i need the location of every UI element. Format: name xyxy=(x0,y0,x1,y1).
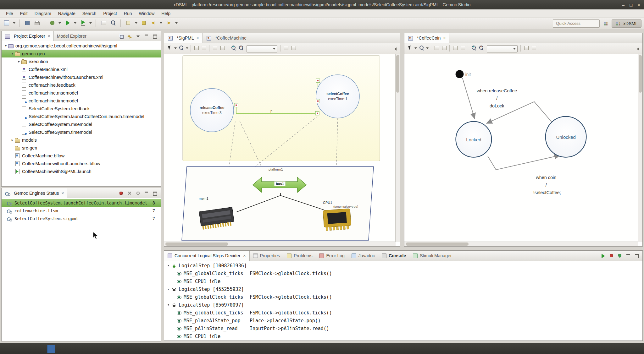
select-dropdown-icon[interactable] xyxy=(174,45,177,52)
close-icon[interactable]: × xyxy=(61,191,64,196)
shield-icon[interactable] xyxy=(617,253,623,259)
horizontal-scrollbar[interactable] xyxy=(164,242,396,246)
mse-row[interactable]: MSE_pA1inState_read InputPort->pA1inStat… xyxy=(164,324,642,332)
diagram-separator[interactable] xyxy=(209,45,210,52)
expander-icon[interactable]: ▸ xyxy=(10,138,15,142)
expander-icon[interactable]: ▾ xyxy=(166,303,171,307)
logical-step-row[interactable]: ▾ LogicalStep [856970097] xyxy=(164,301,642,309)
maximize-view-icon[interactable] xyxy=(152,33,158,39)
menu-help[interactable]: Help xyxy=(158,10,174,17)
annotation-nav-icon[interactable] xyxy=(125,19,132,27)
tree-item-selectcoffeesystem-msemodel[interactable]: SelectCoffeeSystem.msemodel xyxy=(2,120,161,128)
palette-collapse-icon[interactable] xyxy=(393,45,398,52)
zoom-in-icon[interactable] xyxy=(230,45,237,52)
expander-icon[interactable]: ▸ xyxy=(17,59,21,63)
tree-item-models[interactable]: ▸ models xyxy=(2,136,161,144)
initial-state-node[interactable] xyxy=(456,70,464,78)
last-edit-location-icon[interactable] xyxy=(140,19,147,27)
new-dropdown-icon[interactable] xyxy=(12,19,16,27)
menu-project[interactable]: Project xyxy=(100,10,120,17)
filters-icon[interactable] xyxy=(201,45,208,52)
menu-window[interactable]: Window xyxy=(135,10,158,17)
zoom-tool-icon[interactable] xyxy=(418,45,425,52)
menu-edit[interactable]: Edit xyxy=(17,10,31,17)
diagram-separator[interactable] xyxy=(191,45,192,52)
play-step-icon[interactable] xyxy=(600,253,606,259)
expander-icon[interactable]: ▾ xyxy=(10,52,15,56)
tab-model-explorer[interactable]: Model Explorer xyxy=(54,31,90,41)
sigpml-canvas[interactable]: p releaseCoffee execTime:3 selectCoffee … xyxy=(164,54,396,242)
toolbar-separator[interactable] xyxy=(96,19,97,27)
close-icon[interactable]: × xyxy=(243,253,246,258)
zoom-dropdown-icon[interactable] xyxy=(426,45,429,52)
menu-navigate[interactable]: Navigate xyxy=(55,10,79,17)
filters-icon[interactable] xyxy=(441,45,448,52)
tree-item-coffeemachine-xml[interactable]: CoffeeMachine.xml xyxy=(2,65,161,73)
stop-icon[interactable] xyxy=(608,253,614,259)
minimize-view-icon[interactable] xyxy=(144,33,149,39)
coffeecoin-canvas[interactable]: init Locked Unlocked when releaseCoffee … xyxy=(404,54,638,242)
select-dropdown-icon[interactable] xyxy=(414,45,418,52)
diagram-separator[interactable] xyxy=(520,45,521,52)
scrollbar-thumb[interactable] xyxy=(639,55,642,93)
mse-row[interactable]: MSE_CPU1_idle xyxy=(164,332,642,340)
back-dropdown-icon[interactable] xyxy=(159,19,163,27)
open-perspective-icon[interactable] xyxy=(603,21,608,26)
new-wizard-icon[interactable] xyxy=(3,19,10,27)
scrollbar-thumb[interactable] xyxy=(396,55,399,93)
engine-row-selectcoffeesystem-launch[interactable]: SelectCoffeeSystem.launchCoffeeCoin.laun… xyxy=(2,199,161,207)
tab-project-explorer[interactable]: Project Explorer × xyxy=(2,31,54,41)
tree-item-coffemachine-timemodel[interactable]: coffemachine.timemodel xyxy=(2,97,161,105)
arrange-icon[interactable] xyxy=(219,45,226,52)
tree-item-project-root[interactable]: ▾ org.gemoc.sample.bcool.coffeemachinewi… xyxy=(2,42,161,50)
menu-search[interactable]: Search xyxy=(79,10,100,17)
debug-dropdown-icon[interactable] xyxy=(58,19,62,27)
tree-item-selectcoffeesystem-launch-timemodel[interactable]: SelectCoffeeSystem.launchCoffeeCoin.laun… xyxy=(2,112,161,120)
scrollbar-thumb[interactable] xyxy=(406,242,469,246)
diagram-separator[interactable] xyxy=(228,45,229,52)
tab-problems[interactable]: Problems × xyxy=(283,251,316,261)
stop-engine-icon[interactable] xyxy=(118,190,124,196)
tree-item-coffemachine-msemodel[interactable]: coffemachine.msemodel xyxy=(2,89,161,97)
diagram-separator[interactable] xyxy=(280,45,281,52)
tree-item-coffeemachine-bflow[interactable]: CoffeeMachine.bflow xyxy=(2,152,161,160)
tree-item-coffeemachine-with-sigpml-launch[interactable]: CoffeeMachinewithSigPML.launch xyxy=(2,167,161,175)
maximize-view-icon[interactable] xyxy=(634,253,640,259)
toolbar-separator[interactable] xyxy=(120,19,121,27)
arrange-icon[interactable] xyxy=(459,45,466,52)
debug-icon[interactable] xyxy=(48,19,56,27)
tree-item-selectcoffeesystem-timemodel[interactable]: SelectCoffeeSystem.timemodel xyxy=(2,128,161,136)
print-diagram-icon[interactable] xyxy=(290,45,297,52)
tree-item-src-gen[interactable]: src-gen xyxy=(2,144,161,152)
tab-gemoc-engines-status[interactable]: Gemoc Engines Status × xyxy=(2,188,67,198)
status-indicator[interactable] xyxy=(47,345,55,353)
export-image-icon[interactable] xyxy=(283,45,290,52)
minimize-view-icon[interactable] xyxy=(625,253,631,259)
link-with-editor-icon[interactable] xyxy=(127,33,132,39)
tree-item-coffeemachine-without-launchers-xml[interactable]: CoffeeMachinewithoutLaunchers.xml xyxy=(2,73,161,81)
diagram-separator[interactable] xyxy=(431,45,432,52)
zoom-out-icon[interactable] xyxy=(478,45,485,52)
palette-collapse-icon[interactable] xyxy=(636,45,641,52)
export-image-icon[interactable] xyxy=(523,45,530,52)
collapse-all-icon[interactable] xyxy=(118,33,124,39)
zoom-combo[interactable] xyxy=(487,45,518,52)
toolbar-separator[interactable] xyxy=(44,19,45,27)
select-tool-icon[interactable] xyxy=(166,45,173,52)
zoom-in-icon[interactable] xyxy=(470,45,477,52)
close-icon[interactable]: × xyxy=(48,34,50,39)
mse-row[interactable]: MSE_CPU1_idle xyxy=(164,277,642,285)
vertical-scrollbar[interactable] xyxy=(395,54,400,242)
zoom-combo[interactable] xyxy=(247,45,277,52)
tab-console[interactable]: Console × xyxy=(378,251,409,261)
close-icon[interactable]: × xyxy=(196,35,199,41)
diagram-separator[interactable] xyxy=(468,45,469,52)
diagram-separator[interactable] xyxy=(449,45,450,52)
mse-row[interactable]: MSE_globalClock_ticks FSMClock->globalCl… xyxy=(164,270,642,277)
maximize-view-icon[interactable] xyxy=(152,190,158,196)
expander-icon[interactable]: ▾ xyxy=(3,44,8,48)
view-menu-icon[interactable] xyxy=(135,33,141,39)
horizontal-scrollbar[interactable] xyxy=(404,242,638,246)
tree-item-coffeemachine-without-launchers-bflow[interactable]: CoffeeMachinewithoutLaunchers.bflow xyxy=(2,160,161,167)
tab-stimuli-manager[interactable]: Stimuli Manager × xyxy=(409,251,455,261)
